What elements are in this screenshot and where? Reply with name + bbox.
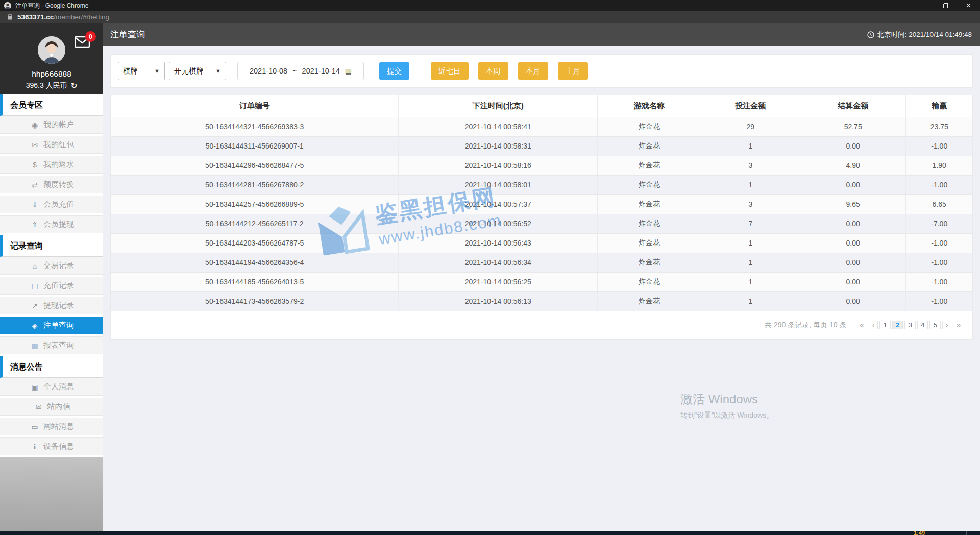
table-cell: 50-1634144311-4566269007-1 bbox=[111, 136, 399, 156]
table-cell: 9.65 bbox=[800, 194, 906, 214]
card-icon: ▤ bbox=[29, 282, 40, 290]
sidebar-item-label: 注单查询 bbox=[43, 321, 74, 330]
report-icon: ▥ bbox=[29, 342, 40, 350]
sidebar-item-transaction-records[interactable]: ⌂交易记录 bbox=[0, 257, 103, 275]
pagination-page-button-2[interactable]: 2 bbox=[892, 321, 903, 329]
red-packet-icon: ✉ bbox=[29, 141, 40, 149]
clock-icon bbox=[867, 31, 874, 38]
sidebar-section-title: 记录查询 bbox=[0, 235, 103, 257]
sidebar-item-label: 充值记录 bbox=[43, 281, 74, 290]
table-cell: 50-1634144296-4566268477-5 bbox=[111, 156, 399, 175]
table-row: 50-1634144203-4566264787-52021-10-14 00:… bbox=[111, 233, 972, 253]
table-cell: 23.75 bbox=[906, 117, 972, 136]
sidebar-item-rebate[interactable]: $我的返水 bbox=[0, 156, 103, 174]
table-cell: 52.75 bbox=[800, 117, 906, 136]
browser-urlbar[interactable]: 5363371.cc/member/#/betting bbox=[0, 11, 980, 23]
sidebar-item-account[interactable]: ◉我的帐户 bbox=[0, 116, 103, 134]
restore-button[interactable] bbox=[934, 0, 957, 11]
date-range-input[interactable]: 2021-10-08 ~ 2021-10-14 ▦ bbox=[237, 62, 364, 80]
table-cell: 2021-10-14 00:58:31 bbox=[399, 136, 598, 156]
sidebar-item-deposit-records[interactable]: ▤充值记录 bbox=[0, 277, 103, 295]
sidebar-item-label: 提现记录 bbox=[43, 301, 74, 310]
table-cell: 50-1634144257-4566266889-5 bbox=[111, 194, 399, 214]
quick-filter-button-1[interactable]: 本周 bbox=[478, 62, 508, 80]
submit-button[interactable]: 提交 bbox=[379, 62, 409, 80]
table-cell: -1.00 bbox=[906, 233, 972, 253]
close-button[interactable]: × bbox=[957, 0, 980, 11]
content-area: 棋牌 ▼ 开元棋牌 ▼ 2021-10-08 ~ 2021-10-14 ▦ 提交… bbox=[103, 46, 980, 531]
sidebar-item-label: 个人消息 bbox=[43, 382, 74, 392]
sidebar-item-withdraw-records[interactable]: ↗提现记录 bbox=[0, 297, 103, 314]
column-header: 结算金额 bbox=[800, 95, 906, 117]
column-header: 输赢 bbox=[906, 95, 972, 117]
table-cell: 29 bbox=[701, 117, 800, 136]
taskbar-clock-fragment: 1:49 bbox=[914, 531, 925, 535]
records-summary: 共 290 条记录, 每页 10 条 bbox=[765, 321, 846, 330]
page-title: 注单查询 bbox=[110, 29, 145, 40]
table-cell: -1.00 bbox=[906, 272, 972, 291]
table-cell: 2021-10-14 00:58:16 bbox=[399, 156, 598, 175]
table-cell: -7.00 bbox=[906, 214, 972, 233]
pagination-arrow-button[interactable]: ‹ bbox=[869, 321, 878, 329]
pagination-page-button-4[interactable]: 4 bbox=[917, 321, 928, 329]
username: hhp666888 bbox=[32, 69, 71, 79]
activate-windows-watermark: 激活 Windows 转到“设置”以激活 Windows。 bbox=[680, 391, 773, 420]
table-row: 50-1634144194-4566264356-42021-10-14 00:… bbox=[111, 253, 972, 272]
page-header: 注单查询 北京时间: 2021/10/14 01:49:48 bbox=[103, 23, 980, 46]
table-cell: 0.00 bbox=[800, 136, 906, 156]
table-row: 50-1634144281-4566267880-22021-10-14 00:… bbox=[111, 175, 972, 194]
refresh-balance-icon[interactable]: ↻ bbox=[71, 81, 78, 90]
quick-filter-button-2[interactable]: 本月 bbox=[518, 62, 548, 80]
table-cell: 2021-10-14 00:57:37 bbox=[399, 194, 598, 214]
sidebar-item-label: 额度转换 bbox=[43, 180, 74, 189]
table-cell: 2021-10-14 00:56:43 bbox=[399, 233, 598, 253]
avatar[interactable] bbox=[38, 36, 65, 64]
minimize-button[interactable] bbox=[911, 0, 934, 11]
sidebar-item-label: 我的返水 bbox=[43, 160, 74, 169]
table-cell: 2021-10-14 00:56:34 bbox=[399, 253, 598, 272]
browser-titlebar: 注单查询 - Google Chrome × bbox=[0, 0, 980, 11]
sidebar-item-label: 交易记录 bbox=[43, 261, 74, 271]
table-header-row: 订单编号下注时间(北京)游戏名称投注金额结算金额输赢 bbox=[111, 95, 972, 117]
table-row: 50-1634144257-4566266889-52021-10-14 00:… bbox=[111, 194, 972, 214]
game-type-select[interactable]: 棋牌 ▼ bbox=[118, 62, 165, 80]
site-favicon bbox=[4, 2, 11, 9]
column-header: 游戏名称 bbox=[598, 95, 701, 117]
table-cell: 6.65 bbox=[906, 194, 972, 214]
column-header: 投注金额 bbox=[701, 95, 800, 117]
pagination-arrow-button[interactable]: » bbox=[953, 321, 964, 329]
pagination-page-button-3[interactable]: 3 bbox=[904, 321, 916, 329]
quick-filter-button-0[interactable]: 近七日 bbox=[431, 62, 469, 80]
restore-icon bbox=[943, 3, 948, 8]
sidebar-item-device-info[interactable]: ℹ设备信息 bbox=[0, 437, 103, 455]
sidebar-item-red-packet[interactable]: ✉我的红包 bbox=[0, 136, 103, 154]
pagination-arrow-button[interactable]: « bbox=[856, 321, 867, 329]
table-row: 50-1634144185-4566264013-52021-10-14 00:… bbox=[111, 272, 972, 291]
provider-select[interactable]: 开元棋牌 ▼ bbox=[169, 62, 226, 80]
sidebar-item-site-messages[interactable]: ▭网站消息 bbox=[0, 418, 103, 435]
upload-icon: ⇑ bbox=[29, 221, 40, 229]
sidebar-item-deposit[interactable]: ⇓会员充值 bbox=[0, 196, 103, 213]
sidebar: 0 hhp666888 396.3 人民币 ↻ 会员专区◉我的帐户✉我的红包$我… bbox=[0, 23, 103, 531]
pagination-arrow-button[interactable]: › bbox=[942, 321, 952, 329]
table-cell: 1 bbox=[701, 291, 800, 311]
info-icon: ℹ bbox=[29, 443, 40, 451]
sidebar-item-label: 会员提现 bbox=[43, 220, 74, 229]
user-icon: ◉ bbox=[29, 121, 40, 129]
sidebar-menu: 会员专区◉我的帐户✉我的红包$我的返水⇄额度转换⇓会员充值⇑会员提现记录查询⌂交… bbox=[0, 94, 103, 457]
sidebar-item-bet-query[interactable]: ◈注单查询 bbox=[0, 317, 103, 334]
sidebar-item-withdraw[interactable]: ⇑会员提现 bbox=[0, 215, 103, 233]
table-row: 50-1634144321-4566269383-32021-10-14 00:… bbox=[111, 117, 972, 136]
mail-notification[interactable]: 0 bbox=[75, 36, 90, 50]
sidebar-item-report-query[interactable]: ▥报表查询 bbox=[0, 336, 103, 354]
date-separator: ~ bbox=[292, 67, 297, 75]
sidebar-item-personal-messages[interactable]: ▣个人消息 bbox=[0, 378, 103, 396]
ticket-icon: ◈ bbox=[29, 322, 40, 330]
pagination-page-button-5[interactable]: 5 bbox=[929, 321, 941, 329]
chevron-down-icon: ▼ bbox=[154, 68, 160, 74]
sidebar-item-label: 报表查询 bbox=[43, 341, 74, 350]
pagination-page-button-1[interactable]: 1 bbox=[879, 321, 891, 329]
sidebar-item-quota-transfer[interactable]: ⇄额度转换 bbox=[0, 176, 103, 193]
sidebar-item-inbox[interactable]: ✉站内信 bbox=[0, 398, 103, 416]
quick-filter-button-3[interactable]: 上月 bbox=[558, 62, 588, 80]
